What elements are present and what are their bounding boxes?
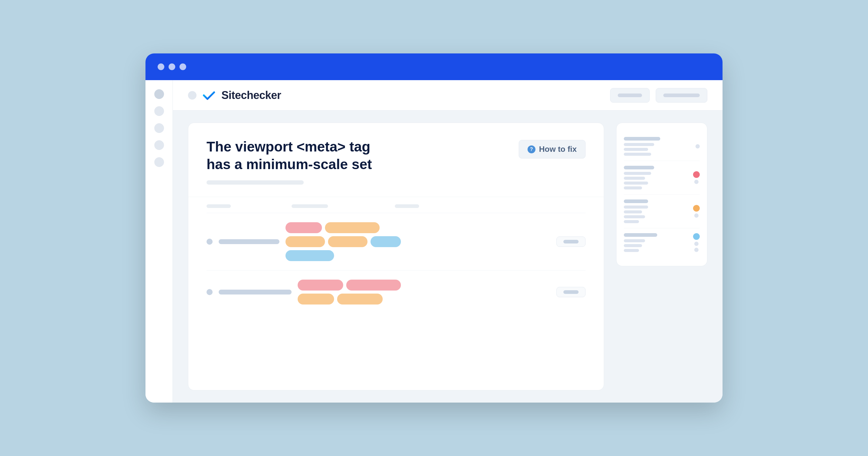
row-action-button-1[interactable]	[556, 236, 586, 247]
rs-item-1	[624, 132, 700, 161]
rs-item-3	[624, 195, 700, 228]
header-bar: Sitechecker	[173, 80, 722, 110]
left-sidebar	[146, 80, 173, 402]
col-header-3	[395, 204, 419, 208]
tag-orange-2	[285, 236, 325, 247]
rs-dot-blue	[693, 233, 700, 240]
tag-pink-1	[285, 222, 322, 233]
col-headers	[207, 197, 586, 213]
row-action-bar-1	[563, 240, 579, 243]
right-sidebar	[616, 123, 707, 390]
table-row-2	[207, 270, 586, 314]
header-button-2[interactable]	[656, 88, 707, 103]
rs-dots-3	[693, 205, 700, 218]
browser-dot-3	[180, 63, 186, 70]
rs-sub-bars-3	[624, 205, 648, 223]
logo-circle	[188, 91, 196, 100]
tag-orange-5	[337, 294, 383, 304]
tag-pink-2	[298, 280, 343, 291]
row-action-bar-2	[563, 290, 579, 294]
browser-dot-2	[168, 63, 175, 70]
sidebar-nav-item-3[interactable]	[154, 123, 164, 133]
rs-sub-bars-1	[624, 143, 660, 156]
rs-item-left-3	[624, 199, 648, 223]
logo-icon	[202, 89, 217, 101]
tag-pink-3	[346, 280, 401, 291]
table-row	[207, 213, 586, 270]
right-sidebar-inner	[616, 123, 707, 266]
rs-main-bar-4	[624, 233, 657, 237]
how-to-fix-label: How to fix	[539, 144, 577, 154]
rs-dots-1	[695, 144, 700, 149]
rs-main-bar-1	[624, 137, 660, 140]
sidebar-nav-item-4[interactable]	[154, 140, 164, 150]
browser-dots	[158, 63, 186, 70]
issue-title: The viewport <meta> tag has a minimum-sc…	[207, 138, 389, 173]
row-icon-2	[207, 289, 213, 295]
rs-dots-4	[693, 233, 700, 252]
content-wrapper: The viewport <meta> tag has a minimum-sc…	[173, 110, 722, 402]
rs-item-left-4	[624, 233, 657, 252]
row-label-1	[219, 239, 279, 244]
main-area: Sitechecker	[173, 80, 722, 402]
logo-area: Sitechecker	[188, 89, 604, 102]
browser-window: Sitechecker	[146, 54, 722, 402]
tag-orange-3	[328, 236, 368, 247]
rs-sub-bars-2	[624, 172, 654, 190]
issue-header: The viewport <meta> tag has a minimum-sc…	[188, 123, 604, 197]
rs-main-bar-2	[624, 166, 654, 169]
table-section	[188, 197, 604, 314]
rs-item-2	[624, 161, 700, 195]
sidebar-nav-item-2[interactable]	[154, 106, 164, 116]
tag-blue-2	[285, 250, 334, 261]
header-button-1[interactable]	[610, 88, 650, 103]
tag-orange-4	[298, 294, 334, 304]
how-to-fix-button[interactable]: ? How to fix	[519, 140, 586, 159]
rs-item-4	[624, 228, 700, 257]
browser-titlebar	[146, 54, 722, 80]
rs-item-left-2	[624, 166, 654, 190]
rs-dot-orange	[693, 205, 700, 211]
row-action-button-2[interactable]	[556, 287, 586, 297]
issue-title-row: The viewport <meta> tag has a minimum-sc…	[207, 138, 586, 173]
header-btn-bar-2	[663, 94, 700, 97]
browser-dot-1	[158, 63, 164, 70]
col-header-1	[207, 204, 231, 208]
sidebar-nav-item-5[interactable]	[154, 157, 164, 167]
browser-content: Sitechecker	[146, 80, 722, 402]
rs-dot-red	[693, 171, 700, 178]
row-tags-1	[285, 222, 550, 261]
row-icon-1	[207, 239, 213, 245]
rs-dots-2	[693, 171, 700, 184]
main-panel: The viewport <meta> tag has a minimum-sc…	[188, 123, 604, 390]
tag-orange-1	[325, 222, 380, 233]
header-buttons	[610, 88, 707, 103]
row-tags-2	[298, 280, 550, 304]
row-label-2	[219, 290, 291, 294]
col-header-2	[291, 204, 328, 208]
sidebar-nav-item-1[interactable]	[154, 89, 164, 99]
logo-text: Sitechecker	[221, 89, 281, 102]
header-btn-bar-1	[618, 94, 642, 97]
issue-subtitle-bar	[207, 180, 304, 185]
rs-item-left-1	[624, 137, 660, 156]
how-to-fix-icon: ?	[528, 145, 535, 153]
rs-main-bar-3	[624, 199, 648, 203]
tag-blue-1	[371, 236, 401, 247]
rs-sub-bars-4	[624, 239, 657, 252]
